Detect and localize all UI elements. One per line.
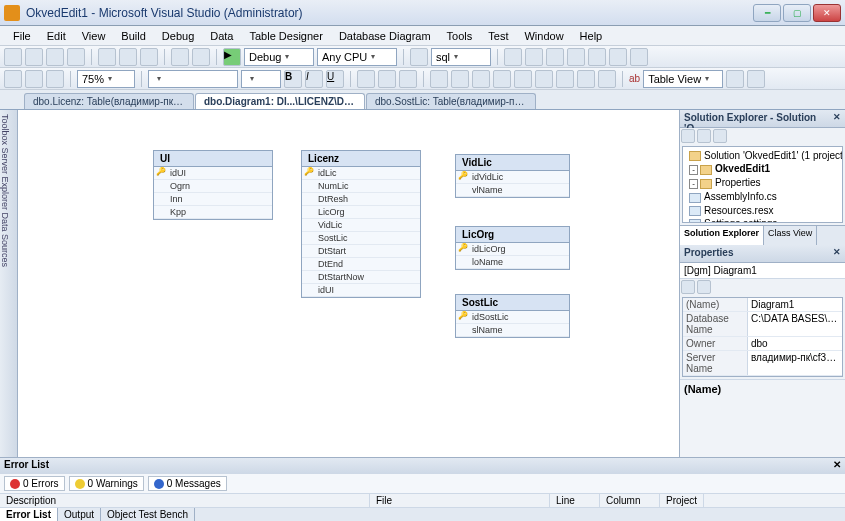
menu-tools[interactable]: Tools	[440, 28, 480, 44]
align-icon[interactable]	[378, 70, 396, 88]
diagram-table-vidlic[interactable]: VidLicidVidLicvlName	[455, 154, 570, 198]
tree-root[interactable]: Solution 'OkvedEdit1' (1 project)	[685, 149, 840, 162]
table-column[interactable]: loName	[456, 256, 569, 269]
minimize-button[interactable]: ━	[753, 4, 781, 22]
property-row[interactable]: Server Nameвладимир-пк\cf37a0	[683, 351, 842, 376]
property-row[interactable]: (Name)Diagram1	[683, 298, 842, 312]
tool-icon[interactable]	[567, 48, 585, 66]
tab-solution-explorer[interactable]: Solution Explorer	[680, 226, 764, 245]
tool-icon[interactable]	[430, 70, 448, 88]
close-button[interactable]: ✕	[813, 4, 841, 22]
table-column[interactable]: idLic	[302, 167, 420, 180]
categorized-icon[interactable]	[681, 280, 695, 294]
table-column[interactable]: idSostLic	[456, 311, 569, 324]
solution-tree[interactable]: Solution 'OkvedEdit1' (1 project)-OkvedE…	[682, 146, 843, 223]
col-column[interactable]: Column	[600, 494, 660, 507]
tool-icon[interactable]	[556, 70, 574, 88]
tab-class-view[interactable]: Class View	[764, 226, 817, 245]
menu-window[interactable]: Window	[517, 28, 570, 44]
table-column[interactable]: Kpp	[154, 206, 272, 219]
table-header[interactable]: VidLic	[456, 155, 569, 171]
tree-node[interactable]: Resources.resx	[685, 204, 840, 217]
maximize-button[interactable]: ▢	[783, 4, 811, 22]
diagram-canvas[interactable]: UIidUIOgrnInnKppLicenzidLicNumLicDtReshL…	[18, 110, 680, 457]
table-column[interactable]: slName	[456, 324, 569, 337]
menu-edit[interactable]: Edit	[40, 28, 73, 44]
tool-icon[interactable]	[535, 70, 553, 88]
redo-icon[interactable]	[192, 48, 210, 66]
table-header[interactable]: Licenz	[302, 151, 420, 167]
align-icon[interactable]	[357, 70, 375, 88]
find-icon[interactable]	[410, 48, 428, 66]
property-value[interactable]: dbo	[748, 337, 842, 350]
menu-data[interactable]: Data	[203, 28, 240, 44]
cut-icon[interactable]	[98, 48, 116, 66]
menu-database-diagram[interactable]: Database Diagram	[332, 28, 438, 44]
tab-object-test-bench[interactable]: Object Test Bench	[101, 508, 195, 521]
table-column[interactable]: VidLic	[302, 219, 420, 232]
tree-node[interactable]: Settings.settings	[685, 217, 840, 223]
col-project[interactable]: Project	[660, 494, 704, 507]
tool-icon[interactable]	[588, 48, 606, 66]
close-icon[interactable]: ✕	[833, 247, 841, 260]
property-value[interactable]: C:\DATA BASES\LICE	[748, 312, 842, 336]
tool-icon[interactable]	[514, 70, 532, 88]
table-column[interactable]: Inn	[154, 193, 272, 206]
tree-node[interactable]: AssemblyInfo.cs	[685, 190, 840, 203]
underline-icon[interactable]: U	[326, 70, 344, 88]
table-column[interactable]: NumLic	[302, 180, 420, 193]
tool-icon[interactable]	[726, 70, 744, 88]
tab-sostlic-table[interactable]: dbo.SostLic: Table(владимир-пк\...\...)	[366, 93, 536, 109]
save-icon[interactable]	[46, 48, 64, 66]
menu-view[interactable]: View	[75, 28, 113, 44]
tool-icon[interactable]	[25, 70, 43, 88]
table-column[interactable]: DtStart	[302, 245, 420, 258]
diagram-table-licorg[interactable]: LicOrgidLicOrgloName	[455, 226, 570, 270]
tool-icon[interactable]	[697, 129, 711, 143]
messages-filter[interactable]: 0 Messages	[148, 476, 227, 491]
tool-icon[interactable]	[681, 129, 695, 143]
table-column[interactable]: idUI	[302, 284, 420, 297]
tool-icon[interactable]	[451, 70, 469, 88]
col-description[interactable]: Description	[0, 494, 370, 507]
tree-node[interactable]: -Properties	[685, 176, 840, 190]
table-column[interactable]: idUI	[154, 167, 272, 180]
find-combo[interactable]: sql▾	[431, 48, 491, 66]
property-value[interactable]: Diagram1	[748, 298, 842, 311]
properties-object[interactable]: [Dgm] Diagram1	[680, 263, 845, 279]
table-header[interactable]: UI	[154, 151, 272, 167]
property-row[interactable]: Ownerdbo	[683, 337, 842, 351]
tool-icon[interactable]	[598, 70, 616, 88]
size-combo[interactable]: ▾	[241, 70, 281, 88]
table-column[interactable]: SostLic	[302, 232, 420, 245]
property-value[interactable]: владимир-пк\cf37a0	[748, 351, 842, 375]
tool-icon[interactable]	[630, 48, 648, 66]
close-icon[interactable]: ✕	[833, 112, 841, 125]
tab-licenz-table[interactable]: dbo.Licenz: Table(владимир-пк\...\...)	[24, 93, 194, 109]
col-line[interactable]: Line	[550, 494, 600, 507]
close-icon[interactable]: ✕	[833, 459, 841, 473]
start-debug-icon[interactable]: ▶	[223, 48, 241, 66]
font-combo[interactable]: ▾	[148, 70, 238, 88]
menu-table-designer[interactable]: Table Designer	[243, 28, 330, 44]
tool-icon[interactable]	[493, 70, 511, 88]
table-column[interactable]: DtEnd	[302, 258, 420, 271]
table-column[interactable]: LicOrg	[302, 206, 420, 219]
property-row[interactable]: Database NameC:\DATA BASES\LICE	[683, 312, 842, 337]
table-column[interactable]: DtResh	[302, 193, 420, 206]
italic-icon[interactable]: I	[305, 70, 323, 88]
table-header[interactable]: LicOrg	[456, 227, 569, 243]
paste-icon[interactable]	[140, 48, 158, 66]
diagram-table-sostlic[interactable]: SostLicidSostLicslName	[455, 294, 570, 338]
tool-icon[interactable]	[472, 70, 490, 88]
open-icon[interactable]	[25, 48, 43, 66]
menu-debug[interactable]: Debug	[155, 28, 201, 44]
menu-build[interactable]: Build	[114, 28, 152, 44]
new-project-icon[interactable]	[4, 48, 22, 66]
menu-test[interactable]: Test	[481, 28, 515, 44]
table-column[interactable]: idVidLic	[456, 171, 569, 184]
diagram-table-licenz[interactable]: LicenzidLicNumLicDtReshLicOrgVidLicSostL…	[301, 150, 421, 298]
tableview-combo[interactable]: Table View▾	[643, 70, 723, 88]
tool-icon[interactable]	[747, 70, 765, 88]
table-column[interactable]: vlName	[456, 184, 569, 197]
